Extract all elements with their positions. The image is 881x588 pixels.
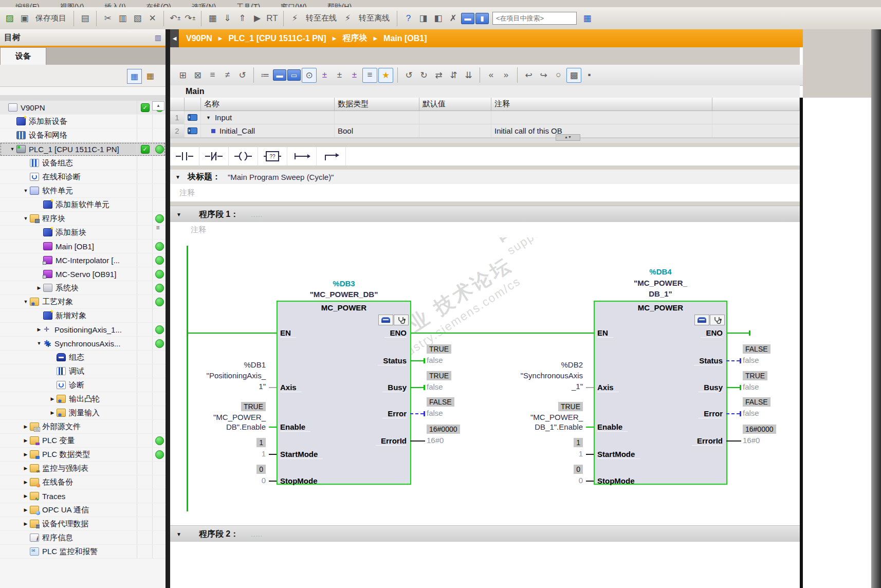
nc-contact-button[interactable] [199, 147, 229, 166]
chevron-right-icon[interactable]: ▶ [22, 480, 30, 485]
runtime-simulation-icon[interactable]: RT [265, 11, 279, 25]
library-view-icon[interactable]: ▦ [580, 11, 594, 25]
paste-icon[interactable]: ▧ [131, 11, 144, 25]
tree-item-9[interactable]: ▼程序块 [0, 212, 166, 226]
close-branch-button[interactable] [317, 147, 346, 166]
operand-status[interactable]: false [427, 356, 443, 365]
operand-error[interactable]: false [427, 409, 443, 418]
tree-item-12[interactable]: MC-Interpolator [... [0, 253, 166, 267]
operand-startmode[interactable]: 1 [262, 449, 266, 458]
default-value-cell[interactable] [419, 124, 491, 138]
tree-item-4[interactable]: ▼PLC_1 [CPU 1511C-1 PN]✓ [0, 142, 166, 156]
chevron-right-icon[interactable]: ▶ [35, 285, 43, 290]
operand-axis-db[interactable]: %DB1 [244, 360, 266, 370]
monitoring-off-icon[interactable]: ↺ [402, 68, 416, 82]
no-contact-button[interactable] [170, 147, 199, 166]
tree-scroll-up-icon[interactable]: ▲ [152, 101, 164, 111]
chevron-right-icon[interactable]: ▶ [22, 452, 30, 457]
chevron-down-icon[interactable]: ▼ [22, 299, 30, 304]
network-2-title-placeholder[interactable]: ..... [251, 530, 263, 538]
compile-icon[interactable]: ▦ [206, 11, 219, 25]
comment-cell[interactable]: Initial call of this OB [491, 124, 712, 138]
toggle-comments-icon[interactable]: ⊙ [302, 68, 317, 83]
empty-box-button[interactable]: ?? [258, 147, 287, 166]
tree-item-33[interactable]: PLC 监控和报警 [0, 545, 166, 559]
block-title-value[interactable]: "Main Program Sweep (Cycle)" [228, 173, 334, 181]
display-format-icon[interactable]: ▩ [566, 68, 581, 83]
collapse-icon[interactable]: ▼ [176, 212, 181, 217]
start-simulation-icon[interactable]: ▶ [250, 11, 264, 25]
tree-item-24[interactable]: ▶外部源文件 [0, 420, 166, 434]
chevron-down-icon[interactable]: ▼ [22, 216, 30, 221]
update-block-calls-icon[interactable]: ± [347, 68, 361, 82]
column-header-blank[interactable] [185, 98, 201, 111]
comment-cell[interactable] [491, 111, 712, 124]
table-splitter-handle[interactable]: ▲▼ [556, 134, 580, 141]
snapshot-icon[interactable]: ⇵ [447, 68, 461, 82]
operand-error[interactable]: false [743, 409, 759, 418]
tree-item-17[interactable]: ▶PositioningAxis_1... [0, 323, 166, 337]
goto-next-icon[interactable]: » [499, 68, 513, 82]
chevron-right-icon[interactable]: ▶ [22, 493, 30, 499]
redo-icon[interactable]: ↷± [183, 11, 197, 25]
undo-icon[interactable]: ↶± [168, 11, 182, 25]
insert-row-icon[interactable]: ≡ [206, 68, 219, 82]
cut-icon[interactable]: ✂ [101, 11, 115, 25]
lock-icon[interactable]: ▪ [582, 68, 596, 82]
tree-item-1[interactable]: V90PN✓ [0, 101, 166, 115]
table-row[interactable]: 2Initial_CallBoolInitial call of this OB [170, 124, 800, 138]
block-comment-row[interactable]: 注释 [170, 184, 800, 201]
tree-item-22[interactable]: ▶输出凸轮 [0, 392, 166, 406]
datatype-cell[interactable] [335, 111, 419, 124]
datatype-cell[interactable]: Bool [335, 124, 419, 138]
tree-item-8[interactable]: 添加新软件单元 [0, 198, 166, 212]
operand-errorid[interactable]: 16#0 [743, 436, 760, 445]
operand-status[interactable]: false [743, 356, 759, 365]
operand-errorid[interactable]: 16#0 [427, 436, 444, 445]
breadcrumb-item-3[interactable]: 程序块 [342, 33, 367, 44]
operand-enable-name[interactable]: "MC_POWER_ [530, 412, 583, 422]
block-parameter-icon[interactable] [378, 315, 393, 325]
tree-item-21[interactable]: 诊断 [0, 378, 166, 392]
column-header-4[interactable]: 默认值 [419, 98, 491, 111]
instance-db-label[interactable]: %DB4 [594, 266, 727, 277]
block-title-row[interactable]: ▼ 块标题： "Main Program Sweep (Cycle)" [170, 170, 800, 184]
column-header-2[interactable]: 名称 [201, 98, 335, 111]
block-diagnostics-icon[interactable] [394, 315, 409, 325]
menu-item-6[interactable]: 工具(T) [236, 3, 260, 7]
chevron-right-icon[interactable]: ▶ [48, 410, 57, 415]
collapse-tree-button[interactable]: ◀ [170, 29, 179, 47]
instance-db-label[interactable]: %DB3 [277, 278, 411, 289]
free-comment-icon[interactable]: ○ [552, 68, 565, 82]
block-diagnostics-icon[interactable] [710, 315, 725, 325]
menu-item-8[interactable]: 帮助(H) [327, 3, 352, 7]
tree-item-25[interactable]: ▶PLC 变量 [0, 434, 166, 448]
menu-item-7[interactable]: 窗口(W) [281, 3, 307, 7]
tree-item-26[interactable]: ▶PLC 数据类型 [0, 448, 166, 462]
instance-db-label[interactable]: DB_1" [594, 288, 727, 299]
close-all-calls-icon[interactable]: ± [333, 68, 346, 82]
goto-previous-icon[interactable]: « [484, 68, 498, 82]
upload-from-device-icon[interactable]: ⇑ [235, 11, 249, 25]
tree-item-6[interactable]: 在线和诊断 [0, 170, 166, 184]
operand-axis-name[interactable]: 1" [259, 381, 266, 391]
tree-item-13[interactable]: MC-Servo [OB91] [0, 267, 166, 281]
chevron-right-icon[interactable]: ▶ [22, 466, 30, 471]
cross-reference-icon[interactable]: ✗ [446, 11, 460, 25]
copy-icon[interactable]: ▥ [116, 11, 130, 25]
chevron-right-icon[interactable]: ▶ [22, 507, 30, 512]
operand-busy[interactable]: false [743, 382, 759, 392]
call-environment-icon[interactable]: ↪ [537, 68, 550, 82]
new-project-icon[interactable]: ▨ [3, 11, 16, 25]
start-cpu-icon[interactable]: ◨ [416, 11, 430, 25]
delete-row-icon[interactable]: ≠ [221, 68, 234, 82]
menu-item-1[interactable]: 编辑(E) [15, 3, 40, 7]
block-parameter-icon[interactable] [694, 315, 709, 325]
project-search-input[interactable] [492, 12, 577, 25]
tree-item-18[interactable]: ▼SynchronousAxis... [0, 337, 166, 351]
network-overview-icon[interactable]: ≔ [258, 68, 272, 82]
monitoring-on-icon[interactable]: ↻ [417, 68, 431, 82]
delete-icon[interactable]: ✕ [145, 11, 159, 25]
menu-item-5[interactable]: 选项(N) [192, 3, 216, 7]
tree-filter-icon[interactable]: ▦ [143, 69, 157, 83]
